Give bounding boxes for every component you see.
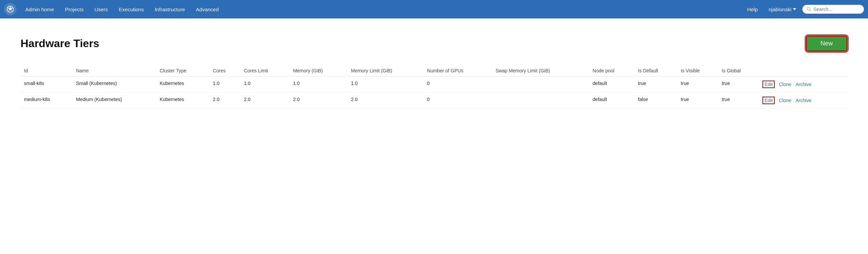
col-header-memory: Memory (GiB): [289, 65, 348, 76]
app-logo[interactable]: [4, 3, 16, 15]
col-header-node-pool: Node pool: [589, 65, 635, 76]
archive-button[interactable]: Archive: [796, 82, 812, 87]
nav-user-menu[interactable]: njablonski: [764, 4, 801, 14]
col-header-actions: [759, 65, 847, 76]
col-header-memory-limit: Memory Limit (GiB): [348, 65, 424, 76]
table-row: medium-k8s Medium (Kubernetes) Kubernete…: [21, 93, 847, 109]
page-title: Hardware Tiers: [21, 37, 99, 50]
cell-actions: Edit Clone Archive: [759, 76, 847, 93]
cell-memory-limit: 2.0: [348, 93, 424, 109]
cell-is-visible: true: [677, 76, 718, 93]
nav-advanced[interactable]: Advanced: [191, 4, 223, 14]
cell-is-global: true: [718, 93, 759, 109]
cell-gpus: 0: [424, 76, 492, 93]
col-header-is-default: Is Default: [635, 65, 677, 76]
edit-button[interactable]: Edit: [762, 97, 775, 104]
cell-is-global: true: [718, 76, 759, 93]
hardware-tiers-table: Id Name Cluster Type Cores Cores Limit M…: [21, 65, 847, 109]
col-header-cluster-type: Cluster Type: [156, 65, 209, 76]
col-header-cores: Cores: [209, 65, 241, 76]
cell-id: medium-k8s: [21, 93, 72, 109]
col-header-cores-limit: Cores Limit: [241, 65, 290, 76]
cell-name: Medium (Kubernetes): [72, 93, 156, 109]
main-content: Hardware Tiers New Id Name Cluster Type …: [0, 18, 868, 122]
nav-admin-home[interactable]: Admin home: [21, 4, 59, 14]
cell-memory: 2.0: [289, 93, 348, 109]
nav-help[interactable]: Help: [742, 4, 762, 14]
cell-cores-limit: 2.0: [241, 93, 290, 109]
col-header-name: Name: [72, 65, 156, 76]
archive-button[interactable]: Archive: [796, 98, 812, 103]
col-header-gpus: Number of GPUs: [424, 65, 492, 76]
cell-cores-limit: 1.0: [241, 76, 290, 93]
cell-memory-limit: 1.0: [348, 76, 424, 93]
page-header: Hardware Tiers New: [21, 36, 847, 52]
svg-point-1: [807, 7, 810, 10]
cell-swap-memory: [492, 93, 589, 109]
cell-memory: 1.0: [289, 76, 348, 93]
cell-is-visible: true: [677, 93, 718, 109]
cell-node-pool: default: [589, 93, 635, 109]
cell-cores: 2.0: [209, 93, 241, 109]
chevron-down-icon: [793, 8, 796, 11]
cell-actions: Edit Clone Archive: [759, 93, 847, 109]
cell-cores: 1.0: [209, 76, 241, 93]
clone-button[interactable]: Clone: [779, 82, 791, 87]
svg-line-2: [810, 10, 811, 11]
search-icon: [806, 7, 811, 12]
search-input[interactable]: [813, 6, 858, 12]
cell-cluster-type: Kubernetes: [156, 76, 209, 93]
search-box: [802, 5, 864, 14]
nav-projects[interactable]: Projects: [60, 4, 88, 14]
table-header-row: Id Name Cluster Type Cores Cores Limit M…: [21, 65, 847, 76]
cell-gpus: 0: [424, 93, 492, 109]
navbar: Admin home Projects Users Executions Inf…: [0, 0, 868, 18]
nav-infrastructure[interactable]: Infrastructure: [150, 4, 190, 14]
nav-executions[interactable]: Executions: [114, 4, 149, 14]
cell-node-pool: default: [589, 76, 635, 93]
col-header-is-global: Is Global: [718, 65, 759, 76]
col-header-swap-memory: Swap Memory Limit (GiB): [492, 65, 589, 76]
cell-is-default: false: [635, 93, 677, 109]
nav-users[interactable]: Users: [90, 4, 112, 14]
edit-button[interactable]: Edit: [762, 81, 775, 88]
table-row: small-k8s Small (Kubernetes) Kubernetes …: [21, 76, 847, 93]
cell-is-default: true: [635, 76, 677, 93]
col-header-id: Id: [21, 65, 72, 76]
cell-swap-memory: [492, 76, 589, 93]
cell-name: Small (Kubernetes): [72, 76, 156, 93]
cell-id: small-k8s: [21, 76, 72, 93]
cell-cluster-type: Kubernetes: [156, 93, 209, 109]
col-header-is-visible: Is Visible: [677, 65, 718, 76]
clone-button[interactable]: Clone: [779, 98, 791, 103]
new-button[interactable]: New: [806, 36, 847, 52]
